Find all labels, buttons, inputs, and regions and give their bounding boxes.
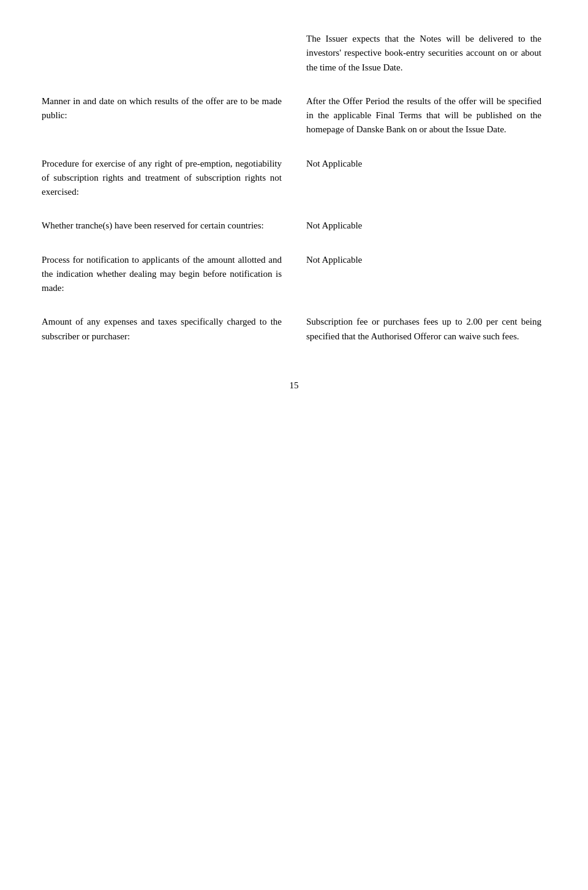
left-cell-0 <box>37 25 294 87</box>
table-row: The Issuer expects that the Notes will b… <box>37 25 551 87</box>
right-cell-2: Not Applicable <box>294 149 551 212</box>
left-cell-2: Procedure for exercise of any right of p… <box>37 149 294 212</box>
document-page: The Issuer expects that the Notes will b… <box>0 0 588 890</box>
left-cell-3: Whether tranche(s) have been reserved fo… <box>37 211 294 245</box>
right-cell-0: The Issuer expects that the Notes will b… <box>294 25 551 87</box>
table-row: Process for notification to applicants o… <box>37 246 551 308</box>
page-number: 15 <box>37 380 551 391</box>
right-cell-3: Not Applicable <box>294 211 551 245</box>
right-cell-4: Not Applicable <box>294 246 551 308</box>
left-cell-5: Amount of any expenses and taxes specifi… <box>37 307 294 356</box>
right-cell-1: After the Offer Period the results of th… <box>294 87 551 149</box>
left-cell-4: Process for notification to applicants o… <box>37 246 294 308</box>
table-row: Amount of any expenses and taxes specifi… <box>37 307 551 356</box>
right-cell-5: Subscription fee or purchases fees up to… <box>294 307 551 356</box>
left-cell-1: Manner in and date on which results of t… <box>37 87 294 149</box>
table-row: Whether tranche(s) have been reserved fo… <box>37 211 551 245</box>
content-table: The Issuer expects that the Notes will b… <box>37 25 551 356</box>
table-row: Manner in and date on which results of t… <box>37 87 551 149</box>
table-row: Procedure for exercise of any right of p… <box>37 149 551 212</box>
